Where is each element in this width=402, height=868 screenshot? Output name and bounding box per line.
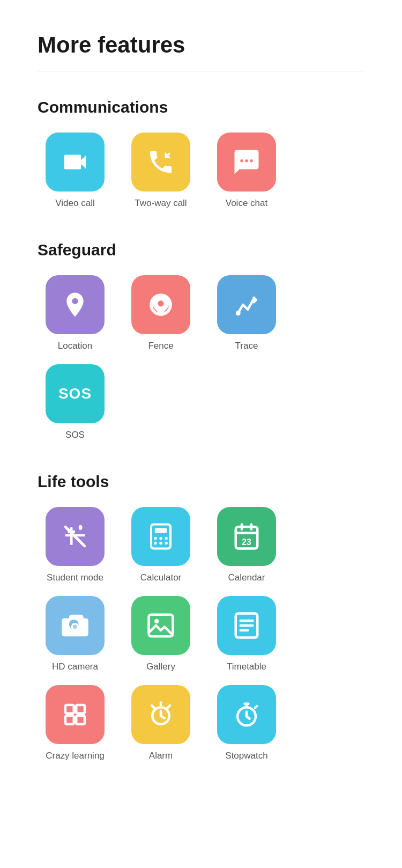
fence-icon-box[interactable] — [131, 275, 190, 334]
svg-point-0 — [240, 159, 243, 162]
gallery-icon-box[interactable] — [131, 596, 190, 655]
stopwatch-icon — [232, 700, 261, 729]
list-item[interactable]: Calculator — [123, 507, 198, 583]
svg-rect-7 — [155, 528, 167, 533]
calendar-label: Calendar — [228, 572, 265, 583]
list-item[interactable]: Timetable — [209, 596, 284, 672]
trace-label: Trace — [235, 341, 258, 351]
section-life-tools: Life tools Student mode — [38, 473, 364, 761]
hd-camera-label: HD camera — [52, 661, 98, 672]
location-pin-icon — [61, 290, 90, 319]
list-item[interactable]: 23 Calendar — [209, 507, 284, 583]
video-icon — [61, 148, 90, 176]
chat-icon — [232, 148, 261, 176]
svg-rect-29 — [65, 716, 74, 724]
svg-point-8 — [154, 537, 157, 540]
list-item[interactable]: Fence — [123, 275, 198, 351]
list-item[interactable]: Crazy learning — [38, 685, 113, 761]
svg-rect-27 — [65, 705, 74, 713]
location-label: Location — [58, 341, 92, 351]
student-mode-label: Student mode — [47, 572, 103, 583]
crazy-learning-icon-box[interactable] — [46, 685, 105, 744]
voice-chat-label: Voice chat — [226, 198, 267, 209]
divider — [38, 71, 364, 71]
trace-icon-box[interactable] — [217, 275, 276, 334]
list-item[interactable]: Location — [38, 275, 113, 351]
timetable-label: Timetable — [227, 661, 266, 672]
svg-rect-28 — [76, 705, 85, 713]
svg-text:23: 23 — [242, 538, 251, 547]
alarm-icon-box[interactable] — [131, 685, 190, 744]
phone-icon — [146, 148, 175, 176]
gallery-icon — [146, 611, 175, 640]
list-item[interactable]: Trace — [209, 275, 284, 351]
section-communications: Communications Video call Two-way cal — [38, 98, 364, 209]
calendar-icon-box[interactable]: 23 — [217, 507, 276, 566]
two-way-call-label: Two-way call — [135, 198, 187, 209]
list-item[interactable]: Student mode — [38, 507, 113, 583]
sos-icon-box[interactable]: SOS — [46, 364, 105, 423]
calendar-icon: 23 — [232, 522, 261, 551]
svg-point-4 — [236, 311, 241, 315]
voice-chat-icon-box[interactable] — [217, 133, 276, 192]
fence-icon — [146, 290, 175, 319]
svg-point-1 — [245, 159, 248, 162]
calculator-label: Calculator — [140, 572, 182, 583]
svg-line-36 — [255, 706, 257, 708]
section-title-life-tools: Life tools — [38, 473, 364, 491]
list-item[interactable]: Two-way call — [123, 133, 198, 209]
video-call-icon-box[interactable] — [46, 133, 105, 192]
learning-icon — [61, 700, 90, 729]
alarm-label: Alarm — [149, 751, 173, 761]
list-item[interactable]: Voice chat — [209, 133, 284, 209]
hd-camera-icon-box[interactable] — [46, 596, 105, 655]
svg-point-2 — [250, 159, 252, 162]
list-item[interactable]: Stopwatch — [209, 685, 284, 761]
svg-rect-30 — [76, 716, 85, 724]
two-way-call-icon-box[interactable] — [131, 133, 190, 192]
svg-point-12 — [159, 542, 162, 545]
section-title-communications: Communications — [38, 98, 364, 116]
communications-grid: Video call Two-way call — [38, 133, 364, 209]
student-mode-icon-box[interactable] — [46, 507, 105, 566]
svg-point-9 — [159, 537, 162, 540]
list-item[interactable]: Gallery — [123, 596, 198, 672]
timetable-icon-box[interactable] — [217, 596, 276, 655]
gallery-label: Gallery — [146, 661, 175, 672]
list-item[interactable]: HD camera — [38, 596, 113, 672]
svg-point-13 — [165, 542, 167, 545]
sos-text-label: SOS — [58, 385, 92, 402]
student-mode-icon — [61, 522, 90, 551]
video-call-label: Video call — [55, 198, 94, 209]
section-safeguard: Safeguard Location Fence — [38, 241, 364, 440]
list-item[interactable]: SOS SOS — [38, 364, 113, 440]
svg-point-11 — [154, 542, 157, 545]
calculator-icon-box[interactable] — [131, 507, 190, 566]
page-container: More features Communications Video call — [0, 0, 402, 836]
list-item[interactable]: Video call — [38, 133, 113, 209]
calculator-icon — [146, 522, 175, 551]
camera-icon — [61, 611, 90, 640]
sos-label: SOS — [65, 430, 85, 440]
section-title-safeguard: Safeguard — [38, 241, 364, 259]
svg-point-22 — [154, 619, 159, 623]
svg-point-10 — [165, 537, 167, 540]
timetable-icon — [232, 611, 261, 640]
crazy-learning-label: Crazy learning — [46, 751, 105, 761]
stopwatch-icon-box[interactable] — [217, 685, 276, 744]
list-item[interactable]: Alarm — [123, 685, 198, 761]
fence-label: Fence — [148, 341, 173, 351]
life-tools-grid: Student mode Calculator — [38, 507, 364, 761]
location-icon-box[interactable] — [46, 275, 105, 334]
trace-icon — [232, 290, 261, 319]
page-title: More features — [38, 32, 364, 58]
alarm-icon — [146, 700, 175, 729]
safeguard-grid: Location Fence — [38, 275, 364, 440]
stopwatch-label: Stopwatch — [225, 751, 267, 761]
